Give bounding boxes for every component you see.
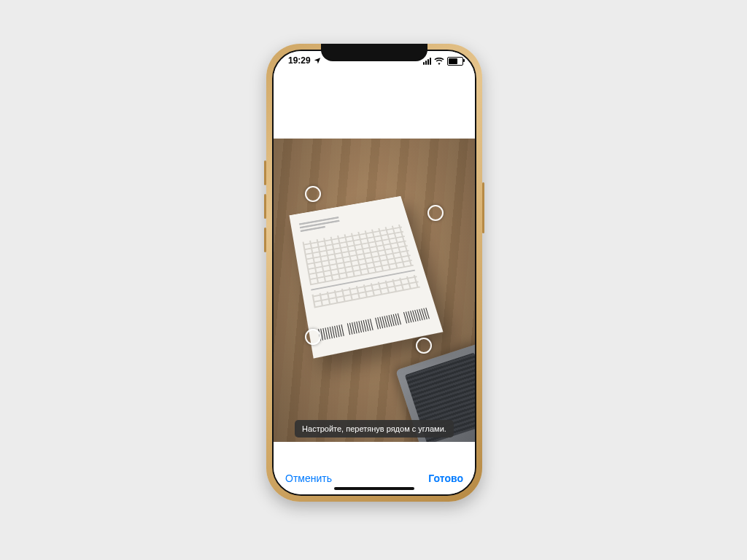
crop-handle-bottom-right[interactable] bbox=[416, 338, 432, 354]
instruction-container: Настройте, перетянув рядом с углами. bbox=[274, 420, 475, 438]
crop-instruction-text: Настройте, перетянув рядом с углами. bbox=[295, 420, 454, 438]
status-bar-time: 19:29 bbox=[288, 55, 311, 66]
battery-fill bbox=[449, 58, 457, 64]
done-button[interactable]: Готово bbox=[428, 462, 463, 494]
phone-frame: 19:29 bbox=[266, 44, 482, 502]
wifi-icon bbox=[434, 58, 444, 65]
cellular-signal-icon bbox=[423, 58, 431, 65]
crop-handle-bottom-left[interactable] bbox=[305, 329, 321, 345]
camera-preview[interactable]: Настройте, перетянув рядом с углами. bbox=[274, 139, 475, 442]
document-scanner-app: Настройте, перетянув рядом с углами. Отм… bbox=[274, 51, 475, 494]
status-bar-right bbox=[423, 57, 463, 66]
phone-screen: 19:29 bbox=[272, 50, 476, 496]
crop-handle-top-right[interactable] bbox=[427, 205, 444, 221]
crop-handle-top-left[interactable] bbox=[305, 186, 321, 202]
cancel-button[interactable]: Отменить bbox=[285, 462, 332, 494]
home-indicator[interactable] bbox=[334, 487, 414, 490]
battery-icon bbox=[447, 57, 463, 66]
phone-notch bbox=[321, 44, 427, 61]
bottom-toolbar: Отменить Готово bbox=[274, 442, 475, 494]
location-arrow-icon bbox=[314, 57, 321, 64]
status-bar-left: 19:29 bbox=[288, 55, 321, 66]
